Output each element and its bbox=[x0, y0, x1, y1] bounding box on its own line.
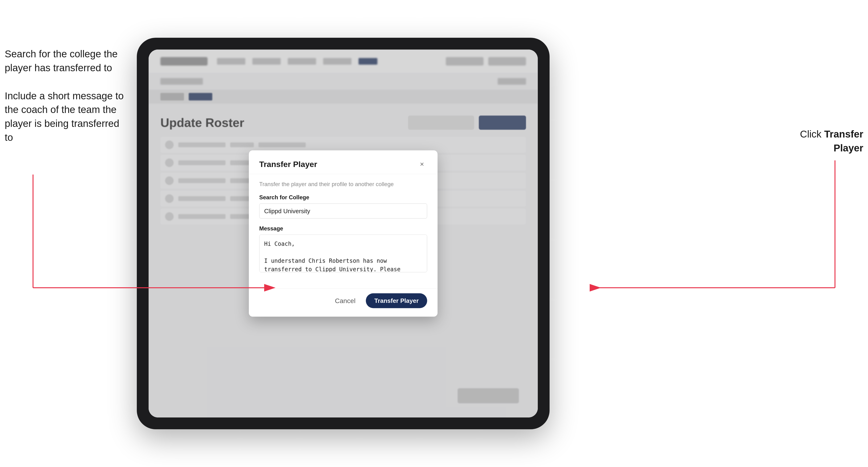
tablet-body: Update Roster bbox=[137, 38, 550, 429]
modal-header: Transfer Player × bbox=[249, 151, 437, 174]
right-annotations: Click Transfer Player bbox=[774, 127, 863, 155]
annotation-search-text: Search for the college the player has tr… bbox=[5, 47, 127, 75]
annotation-message-text: Include a short message to the coach of … bbox=[5, 89, 127, 145]
message-label: Message bbox=[259, 225, 427, 232]
search-college-label: Search for College bbox=[259, 194, 427, 201]
tablet-device: Update Roster bbox=[137, 38, 550, 429]
annotation-click-text: Click Transfer Player bbox=[774, 127, 863, 155]
message-group: Message Hi Coach, I understand Chris Rob… bbox=[259, 225, 427, 273]
modal-body: Transfer the player and their profile to… bbox=[249, 174, 437, 288]
app-content: Update Roster bbox=[149, 50, 538, 417]
modal-title: Transfer Player bbox=[259, 159, 317, 168]
modal-subtitle: Transfer the player and their profile to… bbox=[259, 181, 427, 187]
modal-overlay: Transfer Player × Transfer the player an… bbox=[149, 50, 538, 417]
tablet-screen: Update Roster bbox=[149, 50, 538, 417]
search-college-input[interactable] bbox=[259, 204, 427, 219]
message-textarea[interactable]: Hi Coach, I understand Chris Robertson h… bbox=[259, 235, 427, 272]
modal-close-button[interactable]: × bbox=[417, 159, 427, 169]
modal-footer: Cancel Transfer Player bbox=[249, 288, 437, 317]
transfer-player-button[interactable]: Transfer Player bbox=[366, 293, 427, 308]
transfer-player-dialog: Transfer Player × Transfer the player an… bbox=[249, 151, 437, 317]
search-college-group: Search for College bbox=[259, 194, 427, 219]
left-annotations: Search for the college the player has tr… bbox=[5, 47, 127, 159]
cancel-button[interactable]: Cancel bbox=[330, 294, 360, 307]
